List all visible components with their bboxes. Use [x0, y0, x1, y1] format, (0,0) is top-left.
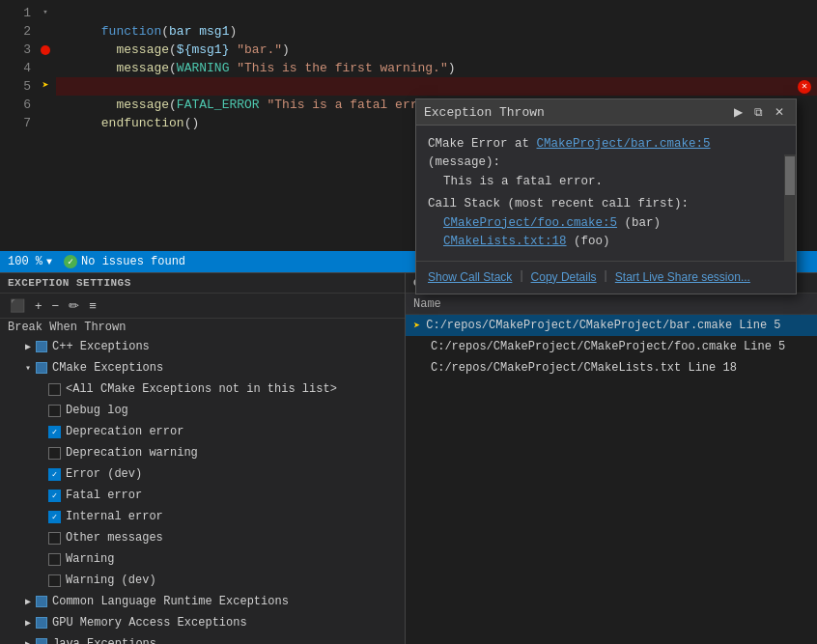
checkbox-internal-error[interactable]	[48, 511, 61, 523]
exception-scrollbar[interactable]	[784, 154, 796, 261]
label-fatal-error: Fatal error	[66, 489, 142, 502]
label-error-dev: Error (dev)	[66, 467, 142, 481]
expand-cmake-icon: ▾	[21, 361, 35, 375]
tree-label-cmake: CMake Exceptions	[52, 361, 163, 375]
remove-button[interactable]: −	[48, 296, 64, 315]
checkbox-error-dev[interactable]	[48, 468, 61, 481]
tree-item-debug-log[interactable]: Debug log	[0, 400, 405, 421]
exception-settings-title: Exception Settings	[0, 273, 405, 294]
call-stack-column-header: Name	[406, 294, 817, 315]
break-when-thrown-header: Break When Thrown	[0, 319, 405, 336]
exception-line-1: CMake Error at CMakeProject/bar.cmake:5 …	[428, 135, 784, 173]
module-icon-cpp	[35, 340, 48, 353]
expand-gpu-icon: ▶	[21, 616, 35, 630]
tree-item-error-dev[interactable]: Error (dev)	[0, 463, 405, 485]
exception-line-5: CMakeLists.txt:18 (foo)	[428, 233, 784, 251]
copy-details-button[interactable]: Copy Details	[531, 267, 597, 286]
edit-button[interactable]: ✏	[65, 296, 83, 315]
tree-item-clr[interactable]: ▶ Common Language Runtime Exceptions	[0, 591, 405, 612]
label-other-messages: Other messages	[66, 531, 163, 545]
checkbox-warning-dev[interactable]	[48, 574, 61, 587]
tree-label-clr: Common Language Runtime Exceptions	[52, 595, 289, 608]
restore-button[interactable]: ≡	[85, 296, 100, 315]
label-deprecation-warning: Deprecation warning	[66, 446, 198, 460]
tree-item-deprecation-error[interactable]: Deprecation error	[0, 421, 405, 442]
exception-pin-button[interactable]: ⧉	[750, 103, 767, 121]
expand-java-icon: ▶	[21, 637, 35, 644]
exception-actions: Show Call Stack | Copy Details | Start L…	[416, 261, 796, 294]
exception-line-4: CMakeProject/foo.cmake:5 (bar)	[428, 214, 784, 233]
tree-item-gpu[interactable]: ▶ GPU Memory Access Exceptions	[0, 612, 405, 633]
no-issues-indicator: ✓ No issues found	[64, 255, 185, 268]
bottom-panel: Exception Settings ⬛ + − ✏ ≡ Break When …	[0, 272, 817, 644]
tree-item-warning[interactable]: Warning	[0, 548, 405, 570]
exception-scrollthumb	[785, 156, 795, 195]
zoom-level[interactable]: 100 % ▼	[8, 255, 52, 268]
error-indicator: ✕	[798, 80, 811, 94]
checkbox-other-messages[interactable]	[48, 532, 61, 545]
exception-close-button[interactable]: ✕	[771, 103, 788, 121]
module-icon-java	[35, 637, 48, 644]
module-icon-gpu	[35, 616, 48, 630]
tree-label-java: Java Exceptions	[52, 637, 156, 644]
tree-item-java[interactable]: ▶ Java Exceptions	[0, 633, 405, 644]
gutter: ▾ ➤	[39, 0, 52, 251]
tree-item-fatal-error[interactable]: Fatal error	[0, 485, 405, 506]
code-line-5: message(FATAL_ERROR "This is a fatal err…	[56, 77, 817, 96]
label-debug-log: Debug log	[66, 404, 128, 417]
label-warning: Warning	[66, 552, 114, 566]
label-internal-error: Internal error	[66, 510, 163, 523]
checkbox-deprecation-error[interactable]	[48, 426, 61, 438]
tree-item-cmake[interactable]: ▾ CMake Exceptions	[0, 357, 405, 378]
call-stack-row-1[interactable]: ➤ C:/repos/CMakeProject/CMakeProject/bar…	[406, 315, 817, 336]
checkbox-fatal-error[interactable]	[48, 490, 61, 502]
module-icon-cmake	[35, 361, 48, 375]
tree-item-cpp[interactable]: ▶ C++ Exceptions	[0, 336, 405, 357]
expand-clr-icon: ▶	[21, 595, 35, 608]
call-stack-row-3[interactable]: C:/repos/CMakeProject/CMakeLists.txt Lin…	[406, 357, 817, 378]
call-stack-path-2: C:/repos/CMakeProject/CMakeProject/foo.c…	[431, 340, 785, 353]
exception-popup: Exception Thrown ▶ ⧉ ✕ CMake Error at CM…	[415, 98, 797, 294]
call-stack-row-2[interactable]: C:/repos/CMakeProject/CMakeProject/foo.c…	[406, 336, 817, 357]
active-row-arrow: ➤	[413, 319, 420, 333]
panel-toolbar: ⬛ + − ✏ ≡	[0, 294, 405, 319]
label-all-cmake: <All CMake Exceptions not in this list>	[66, 382, 337, 396]
show-call-stack-button[interactable]: Show Call Stack	[428, 267, 512, 286]
exception-header: Exception Thrown ▶ ⧉ ✕	[416, 99, 796, 126]
tree-label-cpp: C++ Exceptions	[52, 340, 150, 353]
line-numbers: 1 2 3 4 5 6 7	[0, 0, 39, 251]
tree-label-gpu: GPU Memory Access Exceptions	[52, 616, 247, 630]
exception-title: Exception Thrown	[424, 105, 545, 120]
checkbox-warning[interactable]	[48, 553, 61, 566]
add-button[interactable]: +	[31, 296, 46, 315]
expand-cpp-icon: ▶	[21, 340, 35, 353]
expand-space	[35, 382, 48, 396]
tree-item-deprecation-warning[interactable]: Deprecation warning	[0, 442, 405, 463]
checkbox-deprecation-warning[interactable]	[48, 447, 61, 460]
filter-button[interactable]: ⬛	[6, 296, 29, 315]
check-icon: ✓	[64, 255, 77, 268]
exception-line-3: Call Stack (most recent call first):	[428, 195, 784, 213]
checkbox-debug-log[interactable]	[48, 405, 61, 417]
label-warning-dev: Warning (dev)	[66, 574, 156, 587]
exception-body: CMake Error at CMakeProject/bar.cmake:5 …	[416, 126, 796, 261]
tree-item-internal-error[interactable]: Internal error	[0, 506, 405, 527]
call-stack-panel: Call Stack Name ➤ C:/repos/CMakeProject/…	[406, 273, 817, 644]
exception-controls: ▶ ⧉ ✕	[730, 103, 788, 121]
start-live-share-button[interactable]: Start Live Share session...	[615, 267, 750, 286]
tree-item-all-cmake[interactable]: <All CMake Exceptions not in this list>	[0, 378, 405, 400]
editor-area: 1 2 3 4 5 6 7 ▾ ➤ function(bar msg1) mes…	[0, 0, 817, 251]
exception-line-2: This is a fatal error.	[428, 173, 784, 191]
exception-tree[interactable]: ▶ C++ Exceptions ▾ CMake Exceptions <All…	[0, 336, 405, 644]
module-icon-clr	[35, 595, 48, 608]
tree-item-other-messages[interactable]: Other messages	[0, 527, 405, 548]
call-stack-path-3: C:/repos/CMakeProject/CMakeLists.txt Lin…	[431, 361, 737, 375]
breakpoint-indicator	[41, 45, 50, 55]
checkbox-all-cmake[interactable]	[48, 383, 61, 396]
call-stack-path-1: C:/repos/CMakeProject/CMakeProject/bar.c…	[426, 319, 780, 332]
label-deprecation-error: Deprecation error	[66, 425, 183, 438]
exception-play-button[interactable]: ▶	[730, 103, 747, 121]
code-line-1: function(bar msg1)	[56, 4, 817, 22]
tree-item-warning-dev[interactable]: Warning (dev)	[0, 570, 405, 591]
zoom-dropdown-icon: ▼	[46, 257, 52, 267]
